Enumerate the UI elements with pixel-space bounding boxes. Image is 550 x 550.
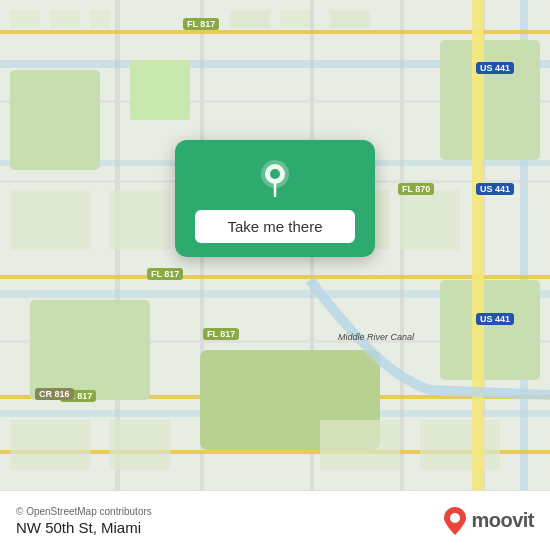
take-me-there-button[interactable]: Take me there xyxy=(195,210,355,243)
road-label-us441-top: US 441 xyxy=(476,62,514,74)
road-label-fl817-mid: FL 817 xyxy=(147,268,183,280)
svg-rect-34 xyxy=(400,190,460,250)
svg-rect-14 xyxy=(0,275,550,279)
moovit-pin-icon xyxy=(443,507,467,535)
svg-rect-23 xyxy=(130,60,190,120)
svg-rect-21 xyxy=(440,40,540,160)
bottom-left-info: © OpenStreetMap contributors NW 50th St,… xyxy=(16,506,152,536)
location-pin-icon xyxy=(253,156,297,200)
svg-rect-30 xyxy=(10,190,90,250)
moovit-logo: moovit xyxy=(443,507,534,535)
bottom-bar: © OpenStreetMap contributors NW 50th St,… xyxy=(0,490,550,550)
svg-rect-22 xyxy=(440,280,540,380)
road-label-cr816: CR 816 xyxy=(35,388,74,400)
road-label-fl870: FL 870 xyxy=(398,183,434,195)
svg-rect-31 xyxy=(110,190,170,250)
svg-rect-25 xyxy=(50,10,80,28)
svg-rect-26 xyxy=(90,10,110,28)
location-name: NW 50th St, Miami xyxy=(16,519,152,536)
svg-rect-35 xyxy=(10,420,90,470)
svg-rect-29 xyxy=(330,10,370,28)
road-label-fl817-lower: FL 817 xyxy=(203,328,239,340)
svg-rect-11 xyxy=(0,30,550,34)
svg-rect-38 xyxy=(420,420,500,470)
svg-rect-19 xyxy=(30,300,150,400)
road-label-us441-lower: US 441 xyxy=(476,313,514,325)
attribution-text: © OpenStreetMap contributors xyxy=(16,506,152,517)
canal-label: Middle River Canal xyxy=(338,332,414,342)
svg-rect-37 xyxy=(320,420,400,470)
card-overlay: Take me there xyxy=(175,140,375,257)
svg-rect-36 xyxy=(110,420,170,470)
svg-rect-24 xyxy=(10,10,40,28)
road-label-us441-mid: US 441 xyxy=(476,183,514,195)
svg-point-42 xyxy=(270,169,280,179)
svg-rect-27 xyxy=(230,10,270,28)
road-label-fl817-top: FL 817 xyxy=(183,18,219,30)
svg-rect-28 xyxy=(280,10,310,28)
svg-rect-18 xyxy=(10,70,100,170)
map-container: FL 817 FL 817 FL 817 FL 817 US 441 US 44… xyxy=(0,0,550,490)
moovit-brand-text: moovit xyxy=(471,509,534,532)
svg-point-43 xyxy=(450,513,460,523)
